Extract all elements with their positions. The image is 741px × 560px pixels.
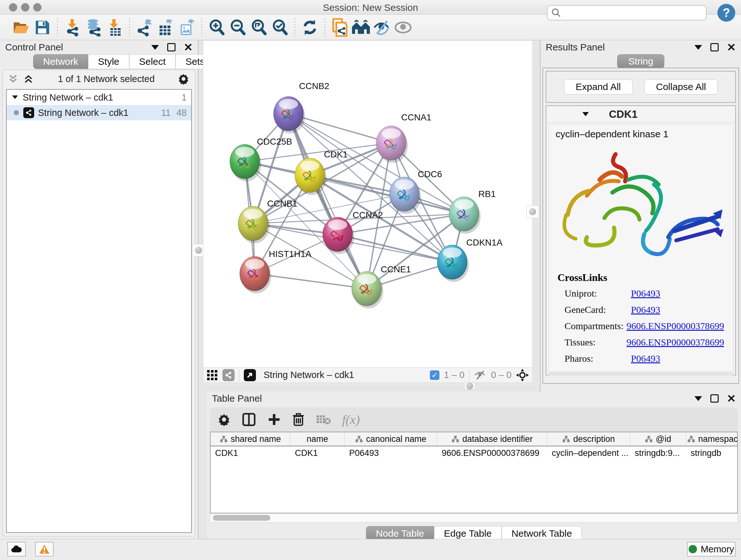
toolbar-separator bbox=[197, 18, 206, 37]
cell-database-identifier[interactable]: 9606.ENSP00000378699 bbox=[437, 446, 547, 460]
undock-panel-icon[interactable] bbox=[167, 43, 176, 51]
node-CDKN1A[interactable]: CDKN1A bbox=[437, 238, 502, 282]
column-header-name[interactable]: name bbox=[290, 432, 345, 446]
network-row[interactable]: String Network – cdk1 11 48 bbox=[7, 105, 191, 120]
open-in-window-icon[interactable] bbox=[244, 369, 256, 381]
node-HIST1H1A[interactable]: HIST1H1A bbox=[240, 249, 312, 294]
cell-namespace[interactable]: stringdb bbox=[686, 446, 738, 460]
collection-count: 1 bbox=[182, 92, 187, 103]
zoom-selected-icon[interactable] bbox=[269, 17, 290, 38]
close-panel-icon[interactable]: ✕ bbox=[184, 42, 193, 53]
grid-view-icon[interactable] bbox=[206, 369, 218, 381]
network-canvas[interactable]: CCNB2CCNA1CDC25BCDK1CDC6RB1CCNB1CCNA2CDK… bbox=[203, 41, 532, 368]
undock-panel-icon[interactable] bbox=[711, 394, 719, 402]
cell-@id[interactable]: stringdb:9... bbox=[630, 446, 686, 460]
table-hscrollbar[interactable] bbox=[210, 514, 738, 522]
cell-canonical-name[interactable]: P06493 bbox=[345, 446, 437, 460]
selected-checkbox-icon[interactable]: ✓ bbox=[430, 370, 440, 380]
node-CCNB1[interactable]: CCNB1 bbox=[238, 199, 297, 243]
results-scrollbar[interactable] bbox=[548, 372, 733, 375]
import-network-file-icon[interactable] bbox=[62, 17, 83, 38]
string-badge-icon[interactable] bbox=[222, 369, 234, 381]
close-panel-icon[interactable]: ✕ bbox=[727, 42, 736, 53]
edge-HIST1H1A-CCNE1[interactable] bbox=[255, 273, 367, 289]
pan-crosshair-icon[interactable] bbox=[516, 369, 529, 381]
search-input[interactable] bbox=[561, 8, 702, 18]
tab-string[interactable]: String bbox=[617, 54, 664, 68]
cell-shared-name[interactable]: CDK1 bbox=[211, 446, 290, 460]
table-options-gear-icon[interactable] bbox=[218, 413, 230, 426]
tab-style[interactable]: Style bbox=[88, 54, 129, 69]
refresh-icon[interactable] bbox=[299, 17, 320, 38]
add-column-icon[interactable] bbox=[267, 413, 281, 426]
undock-panel-icon[interactable] bbox=[711, 43, 719, 51]
column-header-canonical-name[interactable]: canonical name bbox=[345, 432, 437, 446]
export-network-icon[interactable] bbox=[134, 17, 155, 38]
control-panel-title: Control Panel bbox=[5, 42, 63, 53]
zoom-in-icon[interactable] bbox=[206, 17, 227, 38]
bottom-splitter-handle[interactable] bbox=[464, 382, 475, 389]
search-box[interactable] bbox=[547, 5, 706, 20]
save-session-icon[interactable] bbox=[32, 17, 53, 38]
column-header-shared-name[interactable]: shared name bbox=[211, 432, 290, 446]
column-header-@id[interactable]: @id bbox=[630, 432, 686, 446]
crosslink-link[interactable]: P06493 bbox=[631, 304, 660, 315]
tab-select[interactable]: Select bbox=[129, 54, 176, 69]
cell-description[interactable]: cyclin–dependent ... bbox=[547, 446, 630, 460]
delete-column-icon[interactable] bbox=[292, 413, 305, 427]
table-toolbar: f(x) bbox=[210, 408, 738, 432]
crosslink-link[interactable]: 9606.ENSP00000378699 bbox=[626, 337, 724, 348]
close-panel-icon[interactable]: ✕ bbox=[727, 393, 736, 404]
first-neighbors-icon[interactable] bbox=[350, 17, 372, 38]
node-CCNA1[interactable]: CCNA1 bbox=[376, 112, 431, 163]
tab-network[interactable]: Network bbox=[33, 54, 88, 69]
collapse-all-icon[interactable] bbox=[9, 74, 19, 84]
cell-name[interactable]: CDK1 bbox=[290, 446, 345, 460]
collapse-protein-icon[interactable] bbox=[582, 111, 590, 118]
memory-button[interactable]: Memory bbox=[687, 542, 736, 557]
node-label-CCNA1: CCNA1 bbox=[401, 112, 431, 122]
node-CCNB2[interactable]: CCNB2 bbox=[273, 81, 329, 133]
import-network-database-icon[interactable] bbox=[83, 17, 104, 38]
network-collection-row[interactable]: String Network – cdk1 1 bbox=[7, 90, 191, 105]
crosslink-link[interactable]: P06493 bbox=[631, 288, 660, 299]
hide-selected-icon[interactable] bbox=[372, 17, 393, 38]
function-builder-icon[interactable]: f(x) bbox=[342, 412, 360, 427]
float-panel-icon[interactable] bbox=[151, 45, 159, 50]
table-hscroll-thumb[interactable] bbox=[213, 515, 270, 521]
collection-expander-icon[interactable] bbox=[11, 94, 19, 101]
float-panel-icon[interactable] bbox=[694, 396, 702, 401]
export-table-icon[interactable] bbox=[155, 17, 176, 38]
zoom-fit-icon[interactable] bbox=[248, 17, 269, 38]
edge-CCNB2-CCNE1[interactable] bbox=[288, 114, 367, 289]
float-panel-icon[interactable] bbox=[694, 45, 702, 50]
crosslink-link[interactable]: 9606.ENSP00000378699 bbox=[626, 320, 724, 331]
warnings-button[interactable] bbox=[35, 542, 54, 557]
show-all-icon[interactable] bbox=[393, 17, 414, 38]
memory-status-dot bbox=[689, 545, 697, 553]
show-columns-icon[interactable] bbox=[242, 413, 256, 427]
export-image-icon[interactable] bbox=[176, 17, 197, 38]
collapse-all-button[interactable]: Collapse All bbox=[644, 79, 718, 95]
column-header-description[interactable]: description bbox=[547, 432, 630, 446]
column-header-namespace[interactable]: namespace bbox=[686, 432, 738, 446]
delete-table-icon[interactable] bbox=[316, 414, 331, 425]
node-CCNE1[interactable]: CCNE1 bbox=[352, 264, 411, 308]
copy-share-icon[interactable] bbox=[329, 17, 350, 38]
expand-all-button[interactable]: Expand All bbox=[564, 79, 633, 95]
column-header-database-identifier[interactable]: database identifier bbox=[437, 432, 547, 446]
crosslink-link[interactable]: P06493 bbox=[631, 353, 660, 364]
table-row[interactable]: CDK1CDK1P064939606.ENSP00000378699cyclin… bbox=[211, 446, 737, 460]
expand-all-icon[interactable] bbox=[24, 74, 35, 84]
node-table[interactable]: shared namenamecanonical namedatabase id… bbox=[210, 432, 738, 513]
right-splitter-handle[interactable] bbox=[526, 205, 539, 218]
network-footer: String Network – cdk1 ✓ 1 – 0 0 – 0 bbox=[203, 368, 532, 382]
open-session-icon[interactable] bbox=[11, 17, 32, 38]
node-RB1[interactable]: RB1 bbox=[449, 189, 495, 234]
cloud-status-button[interactable] bbox=[7, 542, 26, 557]
import-table-icon[interactable] bbox=[104, 17, 125, 38]
zoom-out-icon[interactable] bbox=[227, 17, 248, 38]
hidden-eye-icon[interactable] bbox=[474, 370, 487, 380]
gear-icon[interactable] bbox=[178, 73, 189, 84]
help-button[interactable]: ? bbox=[718, 4, 735, 22]
